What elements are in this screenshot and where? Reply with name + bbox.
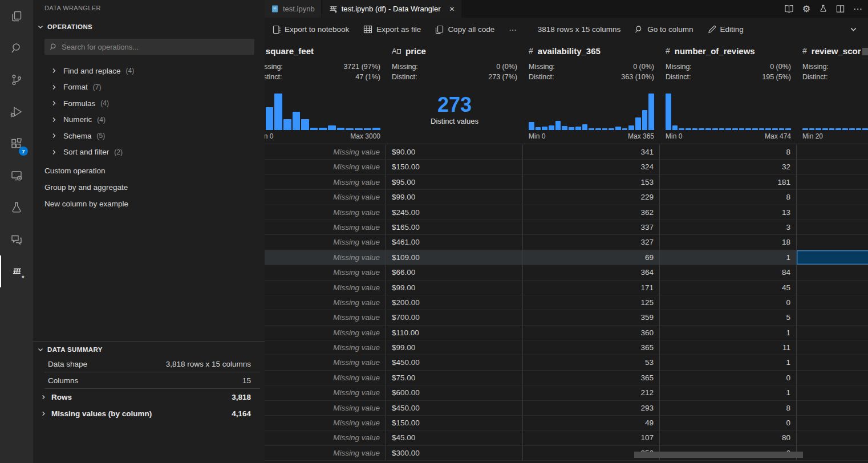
grid-cell[interactable]: 360 bbox=[523, 326, 660, 340]
grid-cell[interactable] bbox=[797, 446, 868, 460]
grid-cell[interactable]: 53 bbox=[523, 355, 660, 369]
grid-cell[interactable] bbox=[797, 250, 868, 265]
grid-cell[interactable]: 171 bbox=[523, 281, 660, 295]
grid-cell[interactable]: Missing value bbox=[265, 295, 386, 310]
grid-cell[interactable]: 84 bbox=[660, 265, 797, 279]
notebook-overview-icon[interactable] bbox=[784, 5, 794, 13]
more-actions-icon[interactable]: ⋯ bbox=[853, 5, 862, 14]
grid-cell[interactable]: $450.00 bbox=[386, 401, 523, 415]
op-group-sort-and-filter[interactable]: Sort and filter (2) bbox=[33, 144, 265, 161]
horizontal-scrollbar-thumb[interactable] bbox=[634, 452, 803, 458]
grid-cell[interactable]: $200.00 bbox=[386, 295, 523, 310]
grid-cell[interactable]: $700.00 bbox=[386, 310, 523, 324]
grid-cell[interactable]: Missing value bbox=[265, 340, 386, 355]
grid-cell[interactable] bbox=[797, 326, 868, 340]
sidebar-item-explorer[interactable] bbox=[0, 0, 33, 32]
grid-cell[interactable] bbox=[797, 281, 868, 295]
column-header-price[interactable]: ApriceMissing:0 (0%)Distinct:273 (7%)273… bbox=[386, 41, 523, 144]
toolbar-overflow-button[interactable]: ⋯ bbox=[509, 25, 517, 34]
table-row[interactable]: Missing value$99.002298 bbox=[265, 190, 868, 205]
grid-cell[interactable]: 341 bbox=[523, 145, 660, 159]
grid-cell[interactable]: $245.00 bbox=[386, 205, 523, 220]
grid-cell[interactable] bbox=[797, 175, 868, 189]
grid-cell[interactable]: Missing value bbox=[265, 385, 386, 400]
grid-cell[interactable]: $90.00 bbox=[386, 145, 523, 159]
grid-cell[interactable]: Missing value bbox=[265, 446, 386, 460]
table-row[interactable]: Missing value$109.00691 bbox=[265, 250, 868, 265]
column-header-availability_365[interactable]: #availability_365Missing:0 (0%)Distinct:… bbox=[523, 41, 660, 144]
sidebar-item-extensions[interactable]: 7 bbox=[0, 128, 33, 160]
operations-section-header[interactable]: OPERATIONS bbox=[33, 21, 265, 33]
grid-cell[interactable]: Missing value bbox=[265, 355, 386, 369]
grid-cell[interactable]: 229 bbox=[523, 190, 660, 204]
grid-cell[interactable] bbox=[797, 430, 868, 445]
table-row[interactable]: Missing value$75.003650 bbox=[265, 371, 868, 385]
grid-cell[interactable]: Missing value bbox=[265, 235, 386, 249]
column-header-square_feet[interactable]: #square_feetMissing:3721 (97%)Distinct:4… bbox=[265, 41, 386, 144]
grid-cell[interactable]: $110.00 bbox=[386, 326, 523, 340]
grid-cell[interactable]: $45.00 bbox=[386, 430, 523, 445]
grid-cell[interactable]: Missing value bbox=[265, 310, 386, 324]
op-item-group-by-and-aggregate[interactable]: Group by and aggregate bbox=[33, 179, 265, 196]
table-row[interactable]: Missing value$45.0010780 bbox=[265, 430, 868, 445]
grid-cell[interactable]: $109.00 bbox=[386, 250, 523, 265]
grid-cell[interactable]: 8 bbox=[660, 190, 797, 204]
table-row[interactable]: Missing value$245.0036213 bbox=[265, 205, 868, 220]
grid-cell[interactable]: 8 bbox=[660, 145, 797, 159]
grid-cell[interactable]: $99.00 bbox=[386, 281, 523, 295]
operations-search[interactable] bbox=[44, 39, 254, 55]
summary-row-rows[interactable]: Rows 3,818 bbox=[40, 389, 260, 405]
op-group-format[interactable]: Format (7) bbox=[33, 79, 265, 96]
grid-cell[interactable]: Missing value bbox=[265, 205, 386, 220]
grid-cell[interactable]: 45 bbox=[660, 281, 797, 295]
split-editor-icon[interactable] bbox=[836, 5, 845, 13]
grid-cell[interactable] bbox=[797, 371, 868, 385]
table-row[interactable]: Missing value$200.001250 bbox=[265, 295, 868, 310]
sidebar-item-testing[interactable] bbox=[0, 192, 33, 224]
table-row[interactable]: Missing value$150.00490 bbox=[265, 416, 868, 430]
table-row[interactable]: Missing value$450.002938 bbox=[265, 401, 868, 416]
export-to-notebook-button[interactable]: Export to notebook bbox=[273, 25, 349, 34]
chevron-down-icon[interactable] bbox=[849, 25, 858, 34]
grid-cell[interactable]: 11 bbox=[660, 340, 797, 355]
grid-cell[interactable]: 327 bbox=[523, 235, 660, 249]
grid-cell[interactable]: Missing value bbox=[265, 326, 386, 340]
data-summary-header[interactable]: DATA SUMMARY bbox=[33, 343, 265, 356]
op-item-new-column-by-example[interactable]: New column by example bbox=[33, 196, 265, 212]
grid-cell[interactable]: 293 bbox=[523, 401, 660, 415]
grid-cell[interactable]: Missing value bbox=[265, 160, 386, 174]
grid-cell[interactable]: Missing value bbox=[265, 265, 386, 279]
grid-cell[interactable]: 18 bbox=[660, 235, 797, 249]
table-row[interactable]: Missing value$700.003595 bbox=[265, 310, 868, 325]
table-row[interactable]: Missing value$461.0032718 bbox=[265, 235, 868, 250]
grid-cell[interactable]: 80 bbox=[660, 430, 797, 445]
op-group-numeric[interactable]: Numeric (4) bbox=[33, 112, 265, 128]
grid-cell[interactable]: $99.00 bbox=[386, 340, 523, 355]
op-group-formulas[interactable]: Formulas (4) bbox=[33, 95, 265, 112]
grid-cell[interactable]: 32 bbox=[660, 160, 797, 174]
grid-cell[interactable]: 8 bbox=[660, 401, 797, 415]
grid-cell[interactable]: 153 bbox=[523, 175, 660, 189]
grid-cell[interactable]: 125 bbox=[523, 295, 660, 310]
grid-cell[interactable]: 359 bbox=[523, 310, 660, 324]
column-header-review_scores[interactable]: #review_scorMissing:Distinct:Min 20 bbox=[797, 41, 868, 144]
sidebar-item-remote-explorer[interactable] bbox=[0, 160, 33, 192]
table-row[interactable]: Missing value$165.003373 bbox=[265, 220, 868, 235]
flask-icon[interactable] bbox=[819, 5, 828, 13]
grid-cell[interactable] bbox=[797, 205, 868, 220]
grid-cell[interactable]: 365 bbox=[523, 371, 660, 385]
grid-cell[interactable]: 5 bbox=[660, 310, 797, 324]
table-row[interactable]: Missing value$110.003601 bbox=[265, 326, 868, 340]
grid-cell[interactable] bbox=[797, 145, 868, 159]
grid-cell[interactable]: $150.00 bbox=[386, 160, 523, 174]
grid-cell[interactable]: 1 bbox=[660, 326, 797, 340]
grid-cell[interactable]: Missing value bbox=[265, 190, 386, 204]
table-row[interactable]: Missing value$600.002121 bbox=[265, 385, 868, 400]
sidebar-item-comments[interactable] bbox=[0, 224, 33, 255]
grid-cell[interactable]: 49 bbox=[523, 416, 660, 430]
grid-cell[interactable]: 69 bbox=[523, 250, 660, 265]
grid-cell[interactable]: $99.00 bbox=[386, 190, 523, 204]
grid-cell[interactable] bbox=[797, 235, 868, 249]
grid-cell[interactable]: Missing value bbox=[265, 430, 386, 445]
grid-cell[interactable] bbox=[797, 190, 868, 204]
